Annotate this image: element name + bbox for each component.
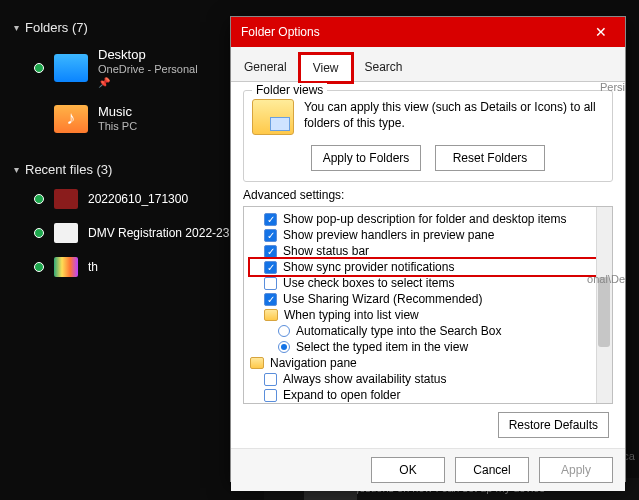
tree-label: Expand to open folder [283, 388, 400, 402]
checkbox-icon[interactable]: ✓ [264, 229, 277, 242]
radio-icon[interactable] [278, 325, 290, 337]
dialog-titlebar[interactable]: Folder Options ✕ [231, 17, 625, 47]
sync-icon [34, 228, 44, 238]
chevron-down-icon: ▾ [14, 22, 19, 33]
music-folder-icon: ♪ [54, 105, 88, 133]
recent-name: th [88, 260, 98, 274]
folder-info: Desktop OneDrive - Personal 📌 [98, 47, 198, 90]
truncated-text: onal\De [587, 273, 625, 285]
tree-label: When typing into list view [284, 308, 419, 322]
checkbox-icon[interactable]: ✓ [264, 213, 277, 226]
chevron-down-icon: ▾ [14, 164, 19, 175]
checkbox-icon[interactable]: ✓ [264, 261, 277, 274]
recent-name: DMV Registration 2022-23 [88, 226, 229, 240]
folder-icon [54, 54, 88, 82]
recent-label: Recent files (3) [25, 162, 112, 177]
image-thumb-icon [54, 257, 78, 277]
highlighted-sync-row[interactable]: ✓Show sync provider notifications [250, 259, 612, 275]
ok-button[interactable]: OK [371, 457, 445, 483]
recent-name: 20220610_171300 [88, 192, 188, 206]
folder-views-group: Folder views You can apply this view (su… [243, 90, 613, 182]
folder-views-icon [252, 99, 294, 135]
sync-icon [34, 262, 44, 272]
tree-label: Show pop-up description for folder and d… [283, 212, 567, 226]
sync-icon [34, 63, 44, 73]
tree-label: Automatically type into the Search Box [296, 324, 501, 338]
folder-views-desc: You can apply this view (such as Details… [304, 99, 604, 135]
checkbox-icon[interactable]: ✓ [264, 293, 277, 306]
tree-label: Select the typed item in the view [296, 340, 468, 354]
apply-button[interactable]: Apply [539, 457, 613, 483]
tree-label: Use Sharing Wizard (Recommended) [283, 292, 482, 306]
tree-label: Show status bar [283, 244, 369, 258]
folder-node-icon [264, 309, 278, 321]
apply-to-folders-button[interactable]: Apply to Folders [311, 145, 421, 171]
tab-general[interactable]: General [231, 53, 300, 81]
tree-label: Navigation pane [270, 356, 357, 370]
tab-strip: General View Search [231, 47, 625, 82]
tree-label: Show preview handlers in preview pane [283, 228, 494, 242]
checkbox-icon[interactable]: ✓ [264, 245, 277, 258]
radio-icon[interactable] [278, 341, 290, 353]
view-pane: Folder views You can apply this view (su… [231, 82, 625, 448]
dialog-button-row: OK Cancel Apply [231, 448, 625, 491]
tab-search[interactable]: Search [352, 53, 416, 81]
advanced-settings-label: Advanced settings: [243, 188, 613, 202]
tree-label: Show sync provider notifications [283, 260, 454, 274]
reset-folders-button[interactable]: Reset Folders [435, 145, 545, 171]
group-legend: Folder views [252, 83, 327, 97]
folder-name: Music [98, 104, 137, 120]
truncated-text: Persi [600, 81, 625, 93]
restore-defaults-button[interactable]: Restore Defaults [498, 412, 609, 438]
close-icon[interactable]: ✕ [587, 21, 615, 43]
folder-options-dialog: Folder Options ✕ General View Search Fol… [230, 16, 626, 482]
doc-thumb-icon [54, 223, 78, 243]
folder-location: OneDrive - Personal [98, 63, 198, 77]
folder-node-icon [250, 357, 264, 369]
folder-location: This PC [98, 120, 137, 134]
checkbox-icon[interactable] [264, 389, 277, 402]
scrollbar[interactable] [596, 207, 612, 403]
tree-label: Always show availability status [283, 372, 446, 386]
cancel-button[interactable]: Cancel [455, 457, 529, 483]
tree-label: Use check boxes to select items [283, 276, 454, 290]
video-thumb-icon [54, 189, 78, 209]
tab-view[interactable]: View [300, 54, 352, 82]
advanced-settings-tree[interactable]: ✓Show pop-up description for folder and … [243, 206, 613, 404]
folders-label: Folders (7) [25, 20, 88, 35]
dialog-title: Folder Options [241, 25, 320, 39]
checkbox-icon[interactable] [264, 277, 277, 290]
sync-icon [34, 194, 44, 204]
folder-info: Music This PC [98, 104, 137, 134]
checkbox-icon[interactable] [264, 373, 277, 386]
folder-name: Desktop [98, 47, 198, 63]
pin-icon: 📌 [98, 77, 198, 90]
